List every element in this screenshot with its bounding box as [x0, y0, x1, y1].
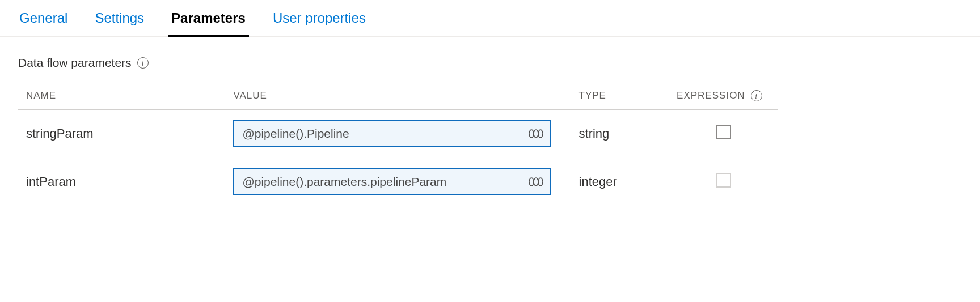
svg-point-0 [529, 130, 534, 138]
param-type-cell: string [571, 110, 669, 158]
expression-checkbox [716, 173, 731, 188]
column-header-value: VALUE [225, 83, 571, 110]
column-header-expression: EXPRESSION i [669, 83, 778, 110]
parameters-section: Data flow parameters i NAME VALUE TYPE E… [0, 37, 980, 212]
dynamic-content-icon[interactable] [528, 176, 544, 188]
section-title: Data flow parameters i [18, 56, 962, 70]
info-icon[interactable]: i [751, 90, 762, 101]
param-type-cell: integer [571, 158, 669, 206]
column-header-type: TYPE [571, 83, 669, 110]
tab-parameters[interactable]: Parameters [170, 7, 247, 36]
expression-checkbox[interactable] [716, 125, 731, 139]
param-value-wrap [233, 168, 551, 195]
param-value-wrap [233, 120, 551, 147]
section-title-text: Data flow parameters [18, 56, 132, 70]
param-name-cell: intParam [18, 158, 225, 206]
tab-settings[interactable]: Settings [94, 7, 145, 36]
svg-point-3 [529, 178, 534, 186]
column-header-name: NAME [18, 83, 225, 110]
svg-point-1 [534, 130, 538, 138]
column-header-expression-text: EXPRESSION [677, 90, 745, 101]
parameters-table: NAME VALUE TYPE EXPRESSION i stringParam [18, 83, 778, 206]
param-name-cell: stringParam [18, 110, 225, 158]
tab-user-properties[interactable]: User properties [272, 7, 367, 36]
info-icon[interactable]: i [137, 57, 149, 69]
svg-point-2 [538, 130, 543, 138]
param-value-input[interactable] [233, 120, 551, 147]
parameter-row: intParam integer [18, 158, 778, 206]
parameter-row: stringParam string [18, 110, 778, 158]
tab-general[interactable]: General [18, 7, 69, 36]
svg-point-5 [538, 178, 543, 186]
svg-point-4 [534, 178, 538, 186]
param-value-input[interactable] [233, 168, 551, 195]
tab-bar: General Settings Parameters User propert… [0, 0, 980, 37]
dynamic-content-icon[interactable] [528, 128, 544, 139]
